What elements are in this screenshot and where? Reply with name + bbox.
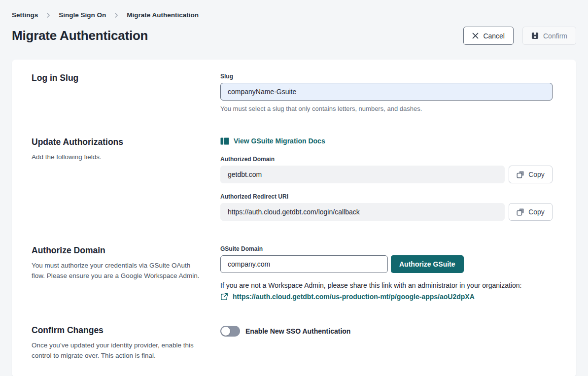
cancel-button-label: Cancel bbox=[483, 32, 505, 40]
slug-field-label: Slug bbox=[220, 73, 553, 80]
docs-link-label: View GSuite Migration Docs bbox=[234, 137, 325, 145]
section-confirm-changes: Confirm Changes Once you’ve updated your… bbox=[32, 325, 553, 361]
update-authorizations-description: Add the following fields. bbox=[32, 152, 202, 163]
confirm-button-label: Confirm bbox=[543, 32, 567, 40]
copy-icon bbox=[517, 171, 524, 178]
copy-button-label: Copy bbox=[528, 171, 545, 178]
close-icon bbox=[472, 33, 479, 39]
enable-new-sso-toggle-label: Enable New SSO Authentication bbox=[245, 327, 350, 335]
gsuite-domain-label: GSuite Domain bbox=[220, 245, 553, 252]
slug-helper-text: You must select a slug that only contain… bbox=[220, 105, 553, 112]
confirm-button[interactable]: Confirm bbox=[522, 27, 576, 45]
workspace-admin-note: If you are not a Workspace Admin, please… bbox=[220, 281, 553, 289]
update-authorizations-heading: Update Authorizations bbox=[32, 137, 220, 147]
page-title: Migrate Authentication bbox=[12, 28, 148, 43]
copy-redirect-uri-button[interactable]: Copy bbox=[509, 203, 553, 221]
migrate-authentication-card: Log in Slug Slug You must select a slug … bbox=[12, 60, 576, 376]
copy-button-label: Copy bbox=[528, 208, 545, 216]
page-header: Settings Single Sign On Migrate Authenti… bbox=[0, 0, 588, 45]
book-icon bbox=[220, 137, 229, 145]
confirm-changes-description: Once you’ve updated your identity provid… bbox=[32, 340, 202, 361]
admin-share-link[interactable]: https://auth.cloud.getdbt.com/us-product… bbox=[233, 293, 475, 301]
confirm-changes-heading: Confirm Changes bbox=[32, 325, 220, 336]
section-authorize-domain: Authorize Domain You must authorize your… bbox=[32, 245, 553, 301]
breadcrumb-single-sign-on[interactable]: Single Sign On bbox=[59, 11, 106, 19]
authorized-redirect-uri-input[interactable] bbox=[220, 203, 505, 221]
view-gsuite-migration-docs-link[interactable]: View GSuite Migration Docs bbox=[220, 137, 325, 145]
save-icon bbox=[531, 32, 539, 39]
gsuite-domain-input[interactable] bbox=[220, 255, 388, 273]
cancel-button[interactable]: Cancel bbox=[463, 27, 514, 45]
authorized-domain-input[interactable] bbox=[220, 166, 505, 183]
enable-new-sso-toggle[interactable] bbox=[220, 326, 240, 337]
authorize-domain-heading: Authorize Domain bbox=[32, 245, 220, 256]
authorized-redirect-uri-label: Authorized Redirect URI bbox=[220, 193, 553, 200]
breadcrumb-settings[interactable]: Settings bbox=[12, 11, 38, 19]
external-link-icon bbox=[220, 293, 228, 301]
section-login-slug: Log in Slug Slug You must select a slug … bbox=[32, 73, 553, 112]
chevron-right-icon bbox=[113, 12, 120, 19]
breadcrumb-current-page: Migrate Authentication bbox=[127, 11, 199, 19]
copy-authorized-domain-button[interactable]: Copy bbox=[509, 166, 553, 183]
copy-icon bbox=[517, 208, 524, 216]
authorized-domain-label: Authorized Domain bbox=[220, 156, 553, 163]
slug-input[interactable] bbox=[220, 83, 553, 101]
breadcrumb: Settings Single Sign On Migrate Authenti… bbox=[12, 11, 576, 19]
chevron-right-icon bbox=[45, 12, 52, 19]
authorize-domain-description: You must authorize your credentials via … bbox=[32, 260, 202, 281]
section-update-authorizations: Update Authorizations Add the following … bbox=[32, 137, 553, 221]
authorize-gsuite-button[interactable]: Authorize GSuite bbox=[391, 255, 464, 273]
toggle-knob bbox=[221, 327, 230, 336]
login-slug-heading: Log in Slug bbox=[32, 73, 220, 83]
